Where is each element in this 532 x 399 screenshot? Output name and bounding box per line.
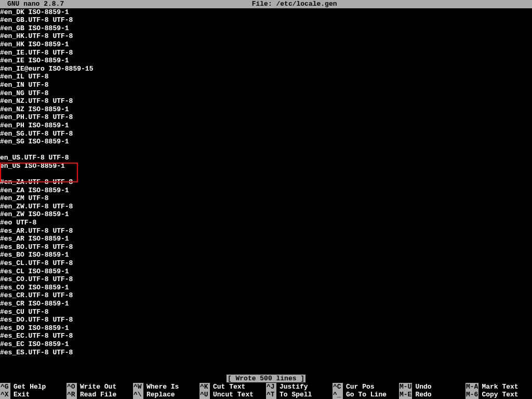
shortcut-key: ^T — [266, 391, 276, 399]
editor-line[interactable]: en_US ISO-8859-1 — [0, 162, 532, 170]
editor-line[interactable]: #es_DO ISO-8859-1 — [0, 324, 532, 332]
help-shortcut[interactable]: ^JJustify — [266, 383, 332, 391]
editor-line[interactable]: #es_AR ISO-8859-1 — [0, 235, 532, 243]
editor-line[interactable]: #en_IN UTF-8 — [0, 81, 532, 89]
editor-line[interactable]: #en_SG.UTF-8 UTF-8 — [0, 130, 532, 138]
shortcut-key: ^O — [66, 383, 77, 391]
editor-line[interactable] — [0, 146, 532, 154]
shortcut-label: Write Out — [80, 383, 116, 391]
shortcut-key: ^K — [200, 383, 210, 391]
shortcut-key: ^J — [266, 383, 276, 391]
editor-line[interactable]: #es_CR ISO-8859-1 — [0, 300, 532, 308]
editor-line[interactable]: #es_CU UTF-8 — [0, 308, 532, 316]
help-shortcut[interactable]: ^GGet Help — [0, 383, 66, 391]
editor-line[interactable]: #en_IE.UTF-8 UTF-8 — [0, 49, 532, 57]
editor-line[interactable] — [0, 170, 532, 178]
shortcut-label: Uncut Text — [213, 391, 254, 399]
editor-line[interactable]: #en_IE@euro ISO-8859-15 — [0, 65, 532, 73]
editor-line[interactable]: #en_ZM UTF-8 — [0, 194, 532, 203]
help-shortcut[interactable]: ^\Replace — [133, 391, 200, 399]
help-shortcut[interactable]: ^CCur Pos — [332, 383, 399, 391]
editor-line[interactable]: #en_HK ISO-8859-1 — [0, 41, 532, 49]
shortcut-label: Mark Text — [482, 383, 518, 391]
status-bar: [ Wrote 500 lines ] — [0, 375, 532, 383]
file-label: File: /etc/locale.gen — [64, 0, 525, 8]
editor-line[interactable]: #es_CL.UTF-8 UTF-8 — [0, 259, 532, 268]
editor-line[interactable]: #en_ZA ISO-8859-1 — [0, 187, 532, 195]
help-shortcut[interactable]: M-UUndo — [399, 383, 466, 391]
help-shortcut[interactable]: M-6Copy Text — [466, 391, 532, 399]
shortcut-key: ^G — [0, 383, 10, 391]
help-shortcut[interactable]: ^TTo Spell — [266, 391, 332, 399]
editor-line[interactable]: #es_DO.UTF-8 UTF-8 — [0, 316, 532, 324]
shortcut-label: Justify — [280, 383, 308, 391]
editor-line[interactable]: #en_ZW.UTF-8 UTF-8 — [0, 203, 532, 211]
shortcut-label: Where Is — [147, 383, 179, 391]
shortcut-label: Exit — [14, 391, 30, 399]
editor-line[interactable]: #en_NG UTF-8 — [0, 89, 532, 98]
shortcut-label: Go To Line — [346, 391, 387, 399]
editor-line[interactable]: #en_ZW ISO-8859-1 — [0, 210, 532, 219]
editor-line[interactable]: #es_EC.UTF-8 UTF-8 — [0, 332, 532, 340]
shortcut-label: Copy Text — [482, 391, 518, 399]
shortcut-label: To Spell — [280, 391, 312, 399]
status-message: [ Wrote 500 lines ] — [227, 375, 305, 382]
help-shortcut[interactable]: ^_Go To Line — [332, 391, 399, 399]
editor-line[interactable]: #en_PH.UTF-8 UTF-8 — [0, 113, 532, 122]
shortcut-key: ^\ — [133, 391, 143, 399]
editor-line[interactable]: #es_CO.UTF-8 UTF-8 — [0, 275, 532, 284]
editor-line[interactable]: #es_ES.UTF-8 UTF-8 — [0, 349, 532, 357]
help-shortcut[interactable]: ^UUncut Text — [200, 391, 266, 399]
shortcut-key: ^C — [332, 383, 343, 391]
shortcut-label: Read File — [80, 391, 116, 399]
help-shortcut[interactable]: ^OWrite Out — [66, 383, 133, 391]
editor-line[interactable]: #en_GB.UTF-8 UTF-8 — [0, 16, 532, 24]
editor-area[interactable]: #en_DK ISO-8859-1#en_GB.UTF-8 UTF-8#en_G… — [0, 8, 532, 357]
editor-line[interactable]: #es_EC ISO-8859-1 — [0, 340, 532, 349]
editor-line[interactable]: en_US.UTF-8 UTF-8 — [0, 154, 532, 162]
help-shortcut[interactable]: ^KCut Text — [200, 383, 266, 391]
editor-line[interactable]: #en_NZ ISO-8859-1 — [0, 105, 532, 114]
editor-line[interactable]: #es_CO ISO-8859-1 — [0, 284, 532, 292]
editor-line[interactable]: #en_ZA.UTF-8 UTF-8 — [0, 178, 532, 187]
editor-line[interactable]: #en_NZ.UTF-8 UTF-8 — [0, 97, 532, 105]
shortcut-key: M-A — [466, 383, 478, 391]
shortcut-key: M-E — [399, 391, 412, 399]
shortcut-label: Cut Text — [213, 383, 245, 391]
editor-line[interactable]: #en_IL UTF-8 — [0, 73, 532, 81]
editor-line[interactable]: #es_CR.UTF-8 UTF-8 — [0, 291, 532, 300]
shortcut-key: ^_ — [332, 391, 343, 399]
help-shortcut[interactable]: ^RRead File — [66, 391, 133, 399]
editor-line[interactable]: #es_CL ISO-8859-1 — [0, 268, 532, 276]
editor-line[interactable]: #es_AR.UTF-8 UTF-8 — [0, 227, 532, 235]
editor-line[interactable]: #es_BO.UTF-8 UTF-8 — [0, 243, 532, 251]
editor-line[interactable]: #en_SG ISO-8859-1 — [0, 138, 532, 146]
editor-line[interactable]: #eo UTF-8 — [0, 219, 532, 227]
shortcut-label: Replace — [147, 391, 175, 399]
help-shortcut[interactable]: ^XExit — [0, 391, 66, 399]
editor-line[interactable]: #en_HK.UTF-8 UTF-8 — [0, 32, 532, 41]
shortcut-label: Redo — [415, 391, 431, 399]
help-shortcut[interactable]: M-ERedo — [399, 391, 466, 399]
help-shortcut[interactable]: M-AMark Text — [466, 383, 532, 391]
app-name: GNU nano 2.8.7 — [0, 0, 64, 8]
help-bar: ^GGet Help^OWrite Out^WWhere Is^KCut Tex… — [0, 383, 532, 399]
shortcut-label: Cur Pos — [346, 383, 375, 391]
shortcut-key: M-6 — [466, 391, 478, 399]
shortcut-key: M-U — [399, 383, 412, 391]
shortcut-key: ^U — [200, 391, 210, 399]
shortcut-key: ^W — [133, 383, 143, 391]
shortcut-label: Undo — [415, 383, 431, 391]
editor-line[interactable]: #en_DK ISO-8859-1 — [0, 8, 532, 17]
editor-line[interactable]: #en_IE ISO-8859-1 — [0, 57, 532, 65]
editor-line[interactable]: #en_GB ISO-8859-1 — [0, 24, 532, 33]
shortcut-key: ^X — [0, 391, 10, 399]
help-shortcut[interactable]: ^WWhere Is — [133, 383, 200, 391]
editor-line[interactable]: #en_PH ISO-8859-1 — [0, 122, 532, 130]
shortcut-key: ^R — [66, 391, 77, 399]
title-bar: GNU nano 2.8.7 File: /etc/locale.gen — [0, 0, 532, 8]
shortcut-label: Get Help — [14, 383, 46, 391]
editor-line[interactable]: #es_BO ISO-8859-1 — [0, 251, 532, 259]
